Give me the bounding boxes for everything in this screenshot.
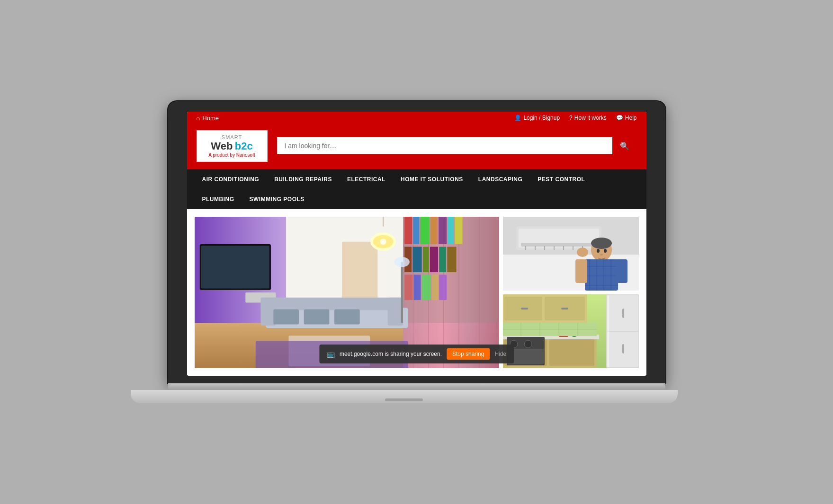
- svg-rect-28: [447, 247, 456, 272]
- kitchen-image: [503, 294, 638, 368]
- nav-pest-control[interactable]: PEST CONTROL: [530, 169, 592, 189]
- help-link[interactable]: 💬 Help: [616, 115, 637, 121]
- svg-rect-36: [201, 246, 269, 288]
- logo-b2c: b2c: [235, 140, 253, 152]
- svg-rect-100: [607, 295, 609, 367]
- svg-rect-32: [432, 274, 438, 300]
- how-it-works-label: How it works: [574, 115, 607, 121]
- svg-rect-17: [413, 217, 419, 244]
- main-navbar: AIR CONDITIONING BUILDING REPAIRS ELECTR…: [187, 169, 646, 209]
- ac-technician-image: [503, 217, 638, 291]
- svg-point-76: [597, 249, 600, 253]
- svg-rect-42: [273, 309, 299, 324]
- svg-point-64: [591, 238, 612, 249]
- nav-plumbing[interactable]: PLUMBING: [195, 189, 242, 209]
- nav-swimming-pools[interactable]: SWIMMING POOLS: [242, 189, 312, 209]
- svg-rect-29: [404, 274, 412, 300]
- login-signup-link[interactable]: 👤 Login / Signup: [514, 115, 560, 121]
- svg-rect-87: [549, 339, 594, 366]
- svg-rect-27: [439, 247, 446, 272]
- home-label: Home: [202, 115, 219, 122]
- search-input[interactable]: [277, 137, 612, 154]
- svg-rect-30: [413, 274, 421, 300]
- logo-smart: SMART: [204, 134, 260, 140]
- svg-rect-73: [575, 259, 587, 283]
- svg-rect-98: [622, 309, 624, 318]
- svg-point-75: [577, 248, 588, 257]
- svg-point-91: [524, 340, 532, 348]
- nav-electrical[interactable]: ELECTRICAL: [340, 169, 393, 189]
- home-link[interactable]: ⌂ Home: [197, 115, 219, 122]
- laptop-bezel: ⌂ Home 👤 Login / Signup ? How it works: [168, 101, 665, 383]
- how-it-works-link[interactable]: ? How it works: [569, 115, 607, 121]
- header-top-bar: ⌂ Home 👤 Login / Signup ? How it works: [187, 112, 646, 124]
- nav-home-it-solutions[interactable]: HOME IT SOLUTIONS: [393, 169, 471, 189]
- person-icon: 👤: [514, 115, 521, 121]
- svg-rect-47: [401, 262, 403, 323]
- svg-rect-74: [616, 259, 627, 283]
- question-icon: ?: [569, 115, 573, 121]
- screen-share-icon: 📺: [327, 350, 335, 358]
- svg-rect-20: [439, 217, 447, 244]
- svg-rect-41: [260, 297, 403, 310]
- svg-rect-16: [404, 217, 412, 244]
- chat-icon: 💬: [616, 115, 623, 121]
- svg-rect-18: [420, 217, 429, 244]
- nav-air-conditioning[interactable]: AIR CONDITIONING: [195, 169, 267, 189]
- logo-web: Web: [211, 140, 233, 152]
- svg-rect-26: [430, 247, 438, 272]
- svg-rect-84: [561, 308, 568, 309]
- hide-button[interactable]: Hide: [494, 351, 506, 357]
- website: ⌂ Home 👤 Login / Signup ? How it works: [187, 112, 646, 376]
- svg-rect-99: [622, 344, 624, 354]
- svg-rect-31: [421, 274, 430, 300]
- header-main-area: SMART Web b2c A product by Nanosoft 🔍: [187, 124, 646, 169]
- svg-point-48: [394, 256, 409, 266]
- nav-landscaping[interactable]: LANDSCAPING: [471, 169, 530, 189]
- main-content: 📺 meet.google.com is sharing your screen…: [187, 209, 646, 376]
- right-image-panel: [503, 217, 638, 368]
- search-button[interactable]: 🔍: [612, 137, 637, 155]
- home-icon: ⌂: [197, 115, 200, 122]
- screen-share-notification: 📺 meet.google.com is sharing your screen…: [319, 345, 514, 363]
- svg-rect-22: [455, 217, 462, 244]
- svg-rect-43: [304, 309, 329, 324]
- help-label: Help: [625, 115, 637, 121]
- stop-sharing-button[interactable]: Stop sharing: [447, 348, 490, 360]
- svg-rect-21: [448, 217, 454, 244]
- svg-rect-83: [521, 308, 528, 309]
- svg-rect-5: [383, 217, 384, 227]
- svg-point-78: [600, 254, 603, 256]
- laptop-container: ⌂ Home 👤 Login / Signup ? How it works: [168, 101, 665, 403]
- svg-point-8: [380, 239, 386, 245]
- login-label: Login / Signup: [523, 115, 560, 121]
- svg-rect-25: [422, 247, 429, 272]
- site-header: ⌂ Home 👤 Login / Signup ? How it works: [187, 112, 646, 169]
- laptop-base: [131, 390, 678, 403]
- svg-rect-24: [412, 247, 421, 272]
- screen-share-message: meet.google.com is sharing your screen.: [340, 351, 442, 357]
- screen-inner: ⌂ Home 👤 Login / Signup ? How it works: [187, 112, 646, 376]
- svg-rect-44: [334, 309, 360, 324]
- svg-point-77: [604, 249, 607, 253]
- header-right-nav: 👤 Login / Signup ? How it works 💬 Help: [514, 115, 636, 121]
- logo-subtitle: A product by Nanosoft: [204, 152, 260, 158]
- svg-rect-33: [439, 274, 447, 300]
- nav-building-repairs[interactable]: BUILDING REPAIRS: [267, 169, 340, 189]
- svg-rect-19: [430, 217, 437, 244]
- svg-rect-54: [521, 243, 597, 247]
- logo: SMART Web b2c A product by Nanosoft: [197, 130, 268, 162]
- search-bar: 🔍: [277, 137, 637, 155]
- laptop-hinge: [168, 383, 665, 390]
